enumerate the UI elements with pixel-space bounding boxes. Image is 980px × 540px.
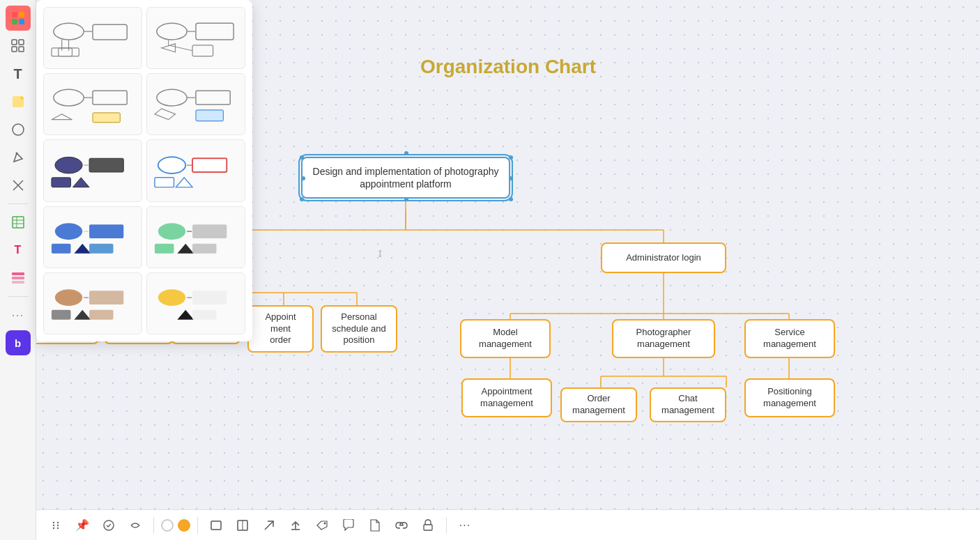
handle-bl — [300, 197, 304, 201]
svg-point-95 — [55, 223, 82, 240]
drag-toolbar-btn[interactable] — [45, 514, 67, 537]
apps-sidebar-icon[interactable] — [6, 6, 31, 31]
eraser-sidebar-icon[interactable] — [6, 173, 31, 198]
template-cell-5[interactable] — [43, 139, 142, 201]
tags-toolbar-btn[interactable] — [311, 514, 333, 537]
svg-rect-106 — [192, 244, 216, 254]
export-toolbar-btn[interactable] — [284, 514, 307, 537]
template-panel: Flowchart Theme — [36, 0, 252, 341]
svg-rect-103 — [155, 244, 174, 254]
table-sidebar-icon[interactable] — [6, 210, 31, 235]
svg-marker-82 — [155, 109, 176, 120]
text-sidebar-icon[interactable]: T — [6, 61, 31, 86]
sidebar: T T — [0, 0, 36, 540]
svg-marker-88 — [72, 178, 89, 187]
connect-toolbar-btn[interactable] — [124, 514, 146, 537]
pin-toolbar-btn[interactable]: 📌 — [71, 514, 93, 537]
svg-point-80 — [157, 89, 187, 106]
svg-rect-14 — [13, 217, 24, 228]
pen-sidebar-icon[interactable] — [6, 145, 31, 170]
svg-line-74 — [169, 45, 192, 50]
svg-rect-52 — [211, 521, 221, 530]
svg-rect-83 — [196, 110, 223, 121]
color-empty-btn[interactable] — [161, 519, 174, 532]
appointment-order-node[interactable]: Appointmentorder — [247, 305, 314, 353]
toolbar-sep-1 — [153, 517, 154, 534]
svg-rect-92 — [155, 178, 174, 187]
svg-point-45 — [53, 521, 54, 523]
svg-rect-62 — [93, 24, 127, 40]
svg-point-46 — [57, 521, 59, 523]
more-toolbar-btn[interactable]: ··· — [454, 514, 476, 537]
color-orange-btn[interactable] — [178, 519, 190, 532]
brand-sidebar-icon[interactable]: b — [6, 330, 31, 355]
template-cell-8[interactable] — [146, 206, 245, 268]
svg-point-90 — [158, 157, 185, 173]
sidebar-divider-2 — [8, 296, 29, 297]
personal-schedule-node[interactable]: Personalschedule andposition — [321, 305, 397, 353]
template-cell-9[interactable] — [43, 272, 142, 334]
svg-point-68 — [157, 23, 187, 40]
svg-point-61 — [54, 23, 84, 40]
template-cell-6[interactable] — [146, 139, 245, 201]
comment-toolbar-btn[interactable] — [337, 514, 360, 537]
order-management-node[interactable]: Ordermanagement — [560, 387, 637, 422]
svg-rect-78 — [93, 113, 120, 123]
handle-mr — [509, 176, 513, 180]
grid-sidebar-icon[interactable] — [6, 33, 31, 59]
admin-login-node[interactable]: Administrator login — [601, 242, 726, 273]
positioning-management-node[interactable]: Positioningmanagement — [744, 378, 835, 417]
sticky-sidebar-icon[interactable] — [6, 89, 31, 114]
template-cell-3[interactable] — [43, 73, 142, 135]
main-area: Organization Chart — [36, 0, 980, 540]
svg-rect-96 — [89, 224, 123, 238]
svg-rect-114 — [192, 291, 227, 305]
svg-point-101 — [158, 223, 185, 240]
svg-rect-102 — [192, 224, 227, 238]
svg-point-50 — [57, 527, 59, 528]
svg-rect-6 — [12, 47, 17, 52]
svg-rect-108 — [89, 291, 123, 305]
template-cell-2[interactable] — [146, 7, 245, 69]
svg-rect-2 — [12, 19, 17, 24]
template-cell-4[interactable] — [146, 73, 245, 135]
photographer-management-node[interactable]: Photographermanagement — [612, 319, 715, 358]
svg-point-47 — [53, 524, 54, 525]
service-management-node[interactable]: Servicemanagement — [744, 319, 835, 358]
toolbar-sep-2 — [197, 517, 198, 534]
doc-toolbar-btn[interactable] — [364, 514, 386, 537]
smart-toolbar-btn[interactable] — [98, 514, 120, 537]
handle-tl — [300, 155, 304, 160]
rect-toolbar-btn[interactable] — [205, 514, 227, 537]
more-sidebar-icon[interactable]: ··· — [6, 302, 31, 327]
svg-rect-87 — [52, 178, 71, 187]
svg-rect-112 — [89, 310, 113, 320]
svg-point-49 — [53, 527, 54, 528]
text2-sidebar-icon[interactable]: T — [6, 238, 31, 263]
org-chart-title: Organization Chart — [420, 56, 596, 78]
template-cell-7[interactable] — [43, 206, 142, 268]
svg-point-85 — [55, 157, 82, 173]
arrow-toolbar-btn[interactable] — [258, 514, 280, 537]
svg-rect-5 — [19, 40, 24, 45]
chat-management-node[interactable]: Chatmanagement — [650, 387, 726, 422]
svg-rect-81 — [196, 91, 230, 105]
svg-rect-19 — [12, 277, 24, 279]
svg-rect-20 — [12, 281, 24, 284]
link-toolbar-btn[interactable] — [390, 514, 413, 537]
svg-marker-98 — [74, 244, 91, 254]
split-toolbar-btn[interactable] — [231, 514, 254, 537]
root-node[interactable]: Design and implementation of photography… — [301, 157, 510, 199]
svg-rect-91 — [192, 158, 227, 172]
svg-point-75 — [54, 89, 84, 106]
model-management-node[interactable]: Modelmanagement — [460, 319, 551, 358]
list-sidebar-icon[interactable] — [6, 265, 31, 291]
template-cell-1[interactable] — [43, 7, 142, 69]
svg-point-58 — [324, 522, 326, 524]
lock-toolbar-btn[interactable] — [417, 514, 439, 537]
svg-point-10 — [13, 124, 24, 135]
appointment-management-node[interactable]: Appointmentmanagement — [461, 378, 552, 417]
shapes-sidebar-icon[interactable] — [6, 117, 31, 142]
svg-rect-0 — [12, 12, 17, 17]
template-cell-10[interactable]: Flowchart Theme — [146, 272, 245, 334]
